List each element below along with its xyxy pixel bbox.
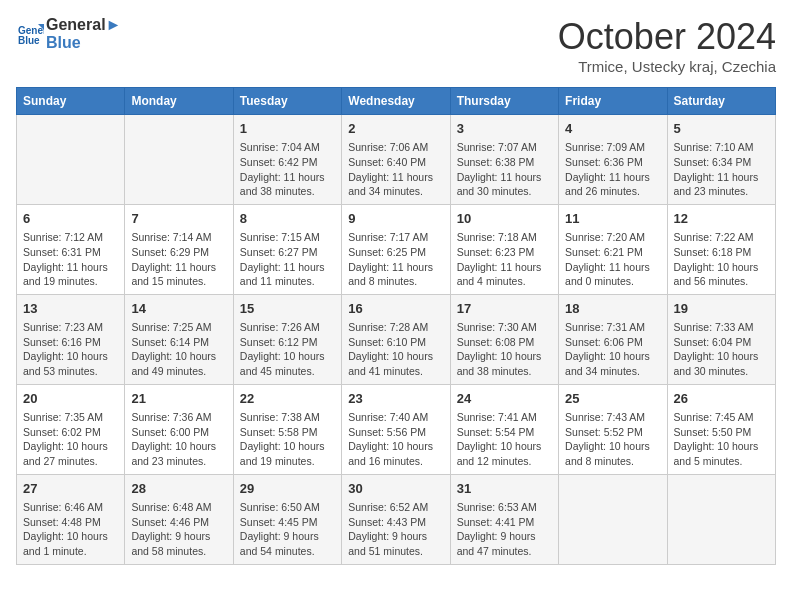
day-info: Sunrise: 7:17 AM Sunset: 6:25 PM Dayligh… (348, 230, 443, 289)
calendar-cell: 7Sunrise: 7:14 AM Sunset: 6:29 PM Daylig… (125, 204, 233, 294)
logo-text: General► Blue (46, 16, 121, 51)
day-number: 26 (674, 390, 769, 408)
calendar-cell: 19Sunrise: 7:33 AM Sunset: 6:04 PM Dayli… (667, 294, 775, 384)
calendar-cell: 13Sunrise: 7:23 AM Sunset: 6:16 PM Dayli… (17, 294, 125, 384)
day-number: 1 (240, 120, 335, 138)
day-info: Sunrise: 7:06 AM Sunset: 6:40 PM Dayligh… (348, 140, 443, 199)
day-of-week-header: Monday (125, 88, 233, 115)
calendar-cell: 2Sunrise: 7:06 AM Sunset: 6:40 PM Daylig… (342, 115, 450, 205)
day-number: 14 (131, 300, 226, 318)
day-info: Sunrise: 7:07 AM Sunset: 6:38 PM Dayligh… (457, 140, 552, 199)
day-number: 18 (565, 300, 660, 318)
calendar-cell: 12Sunrise: 7:22 AM Sunset: 6:18 PM Dayli… (667, 204, 775, 294)
calendar-cell: 10Sunrise: 7:18 AM Sunset: 6:23 PM Dayli… (450, 204, 558, 294)
calendar-cell: 6Sunrise: 7:12 AM Sunset: 6:31 PM Daylig… (17, 204, 125, 294)
calendar-cell: 4Sunrise: 7:09 AM Sunset: 6:36 PM Daylig… (559, 115, 667, 205)
calendar-cell: 22Sunrise: 7:38 AM Sunset: 5:58 PM Dayli… (233, 384, 341, 474)
day-info: Sunrise: 7:40 AM Sunset: 5:56 PM Dayligh… (348, 410, 443, 469)
location: Trmice, Ustecky kraj, Czechia (558, 58, 776, 75)
calendar-cell: 11Sunrise: 7:20 AM Sunset: 6:21 PM Dayli… (559, 204, 667, 294)
calendar-cell: 16Sunrise: 7:28 AM Sunset: 6:10 PM Dayli… (342, 294, 450, 384)
calendar-cell: 31Sunrise: 6:53 AM Sunset: 4:41 PM Dayli… (450, 474, 558, 564)
day-info: Sunrise: 7:22 AM Sunset: 6:18 PM Dayligh… (674, 230, 769, 289)
day-number: 30 (348, 480, 443, 498)
day-info: Sunrise: 6:46 AM Sunset: 4:48 PM Dayligh… (23, 500, 118, 559)
day-of-week-header: Thursday (450, 88, 558, 115)
calendar-cell: 21Sunrise: 7:36 AM Sunset: 6:00 PM Dayli… (125, 384, 233, 474)
day-info: Sunrise: 7:38 AM Sunset: 5:58 PM Dayligh… (240, 410, 335, 469)
calendar-week-row: 1Sunrise: 7:04 AM Sunset: 6:42 PM Daylig… (17, 115, 776, 205)
day-number: 9 (348, 210, 443, 228)
day-number: 31 (457, 480, 552, 498)
title-block: October 2024 Trmice, Ustecky kraj, Czech… (558, 16, 776, 75)
calendar-header-row: SundayMondayTuesdayWednesdayThursdayFrid… (17, 88, 776, 115)
day-of-week-header: Friday (559, 88, 667, 115)
day-of-week-header: Tuesday (233, 88, 341, 115)
day-number: 7 (131, 210, 226, 228)
day-number: 16 (348, 300, 443, 318)
page-header: General Blue General► Blue October 2024 … (16, 16, 776, 75)
calendar-cell: 29Sunrise: 6:50 AM Sunset: 4:45 PM Dayli… (233, 474, 341, 564)
day-number: 22 (240, 390, 335, 408)
calendar-week-row: 27Sunrise: 6:46 AM Sunset: 4:48 PM Dayli… (17, 474, 776, 564)
calendar-cell: 24Sunrise: 7:41 AM Sunset: 5:54 PM Dayli… (450, 384, 558, 474)
day-info: Sunrise: 7:14 AM Sunset: 6:29 PM Dayligh… (131, 230, 226, 289)
day-number: 19 (674, 300, 769, 318)
calendar-cell: 3Sunrise: 7:07 AM Sunset: 6:38 PM Daylig… (450, 115, 558, 205)
day-number: 8 (240, 210, 335, 228)
day-of-week-header: Sunday (17, 88, 125, 115)
day-info: Sunrise: 6:53 AM Sunset: 4:41 PM Dayligh… (457, 500, 552, 559)
day-number: 17 (457, 300, 552, 318)
day-number: 11 (565, 210, 660, 228)
day-info: Sunrise: 7:18 AM Sunset: 6:23 PM Dayligh… (457, 230, 552, 289)
day-info: Sunrise: 7:35 AM Sunset: 6:02 PM Dayligh… (23, 410, 118, 469)
calendar-cell: 1Sunrise: 7:04 AM Sunset: 6:42 PM Daylig… (233, 115, 341, 205)
month-title: October 2024 (558, 16, 776, 58)
calendar-cell: 23Sunrise: 7:40 AM Sunset: 5:56 PM Dayli… (342, 384, 450, 474)
day-info: Sunrise: 7:23 AM Sunset: 6:16 PM Dayligh… (23, 320, 118, 379)
calendar-cell (17, 115, 125, 205)
day-number: 20 (23, 390, 118, 408)
calendar-cell: 15Sunrise: 7:26 AM Sunset: 6:12 PM Dayli… (233, 294, 341, 384)
svg-text:Blue: Blue (18, 35, 40, 46)
calendar-week-row: 20Sunrise: 7:35 AM Sunset: 6:02 PM Dayli… (17, 384, 776, 474)
day-info: Sunrise: 7:09 AM Sunset: 6:36 PM Dayligh… (565, 140, 660, 199)
calendar-cell: 18Sunrise: 7:31 AM Sunset: 6:06 PM Dayli… (559, 294, 667, 384)
day-info: Sunrise: 7:28 AM Sunset: 6:10 PM Dayligh… (348, 320, 443, 379)
day-info: Sunrise: 7:41 AM Sunset: 5:54 PM Dayligh… (457, 410, 552, 469)
day-info: Sunrise: 6:52 AM Sunset: 4:43 PM Dayligh… (348, 500, 443, 559)
day-info: Sunrise: 7:33 AM Sunset: 6:04 PM Dayligh… (674, 320, 769, 379)
calendar-cell: 8Sunrise: 7:15 AM Sunset: 6:27 PM Daylig… (233, 204, 341, 294)
day-info: Sunrise: 7:25 AM Sunset: 6:14 PM Dayligh… (131, 320, 226, 379)
day-number: 24 (457, 390, 552, 408)
day-info: Sunrise: 7:10 AM Sunset: 6:34 PM Dayligh… (674, 140, 769, 199)
calendar-cell: 14Sunrise: 7:25 AM Sunset: 6:14 PM Dayli… (125, 294, 233, 384)
day-number: 12 (674, 210, 769, 228)
day-number: 2 (348, 120, 443, 138)
calendar-cell: 30Sunrise: 6:52 AM Sunset: 4:43 PM Dayli… (342, 474, 450, 564)
logo-icon: General Blue (16, 20, 44, 48)
day-of-week-header: Saturday (667, 88, 775, 115)
day-of-week-header: Wednesday (342, 88, 450, 115)
day-info: Sunrise: 7:12 AM Sunset: 6:31 PM Dayligh… (23, 230, 118, 289)
calendar-week-row: 6Sunrise: 7:12 AM Sunset: 6:31 PM Daylig… (17, 204, 776, 294)
calendar-cell: 26Sunrise: 7:45 AM Sunset: 5:50 PM Dayli… (667, 384, 775, 474)
calendar-cell: 28Sunrise: 6:48 AM Sunset: 4:46 PM Dayli… (125, 474, 233, 564)
calendar-cell: 5Sunrise: 7:10 AM Sunset: 6:34 PM Daylig… (667, 115, 775, 205)
day-info: Sunrise: 6:48 AM Sunset: 4:46 PM Dayligh… (131, 500, 226, 559)
calendar-cell: 20Sunrise: 7:35 AM Sunset: 6:02 PM Dayli… (17, 384, 125, 474)
day-number: 23 (348, 390, 443, 408)
calendar-cell (667, 474, 775, 564)
calendar-cell (559, 474, 667, 564)
day-info: Sunrise: 7:31 AM Sunset: 6:06 PM Dayligh… (565, 320, 660, 379)
calendar-table: SundayMondayTuesdayWednesdayThursdayFrid… (16, 87, 776, 565)
day-info: Sunrise: 6:50 AM Sunset: 4:45 PM Dayligh… (240, 500, 335, 559)
day-number: 4 (565, 120, 660, 138)
calendar-cell: 17Sunrise: 7:30 AM Sunset: 6:08 PM Dayli… (450, 294, 558, 384)
calendar-cell (125, 115, 233, 205)
calendar-cell: 27Sunrise: 6:46 AM Sunset: 4:48 PM Dayli… (17, 474, 125, 564)
logo: General Blue General► Blue (16, 16, 121, 51)
day-number: 28 (131, 480, 226, 498)
calendar-cell: 9Sunrise: 7:17 AM Sunset: 6:25 PM Daylig… (342, 204, 450, 294)
day-number: 3 (457, 120, 552, 138)
